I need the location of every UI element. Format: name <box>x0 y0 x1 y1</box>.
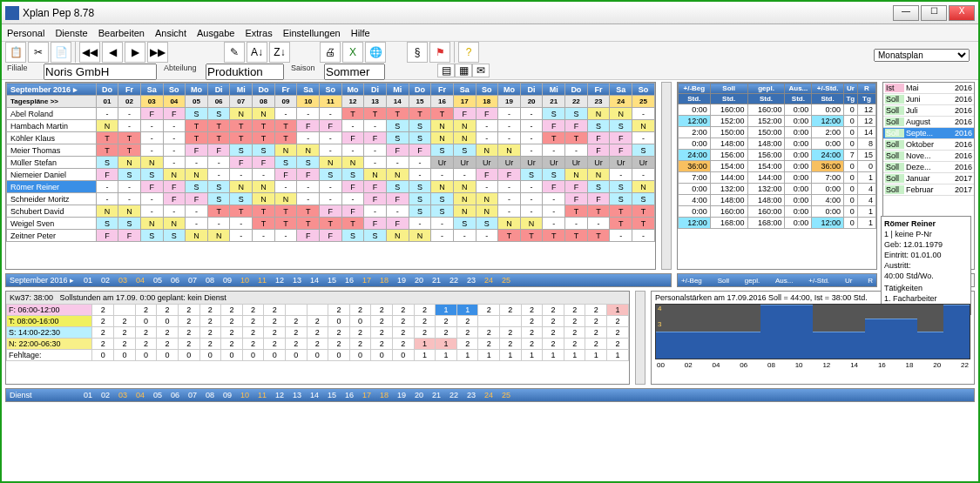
shift-cell[interactable]: - <box>476 120 498 132</box>
shift-cell[interactable]: - <box>453 230 476 242</box>
shift-cell[interactable]: - <box>386 157 409 169</box>
menu-dienste[interactable]: Dienste <box>55 28 87 38</box>
shift-cell[interactable]: - <box>163 132 186 144</box>
shift-cell[interactable]: F <box>364 193 387 205</box>
shift-cell[interactable]: F <box>186 144 208 157</box>
shift-cell[interactable]: N <box>409 230 431 242</box>
employee-name[interactable]: Meier Thomas <box>7 144 97 157</box>
view-bars-icon[interactable]: ▤ <box>437 64 455 77</box>
count-cell[interactable] <box>307 305 328 316</box>
summary-cell[interactable]: 12:00 <box>679 116 711 127</box>
shift-cell[interactable]: - <box>163 205 186 218</box>
count-cell[interactable]: 2 <box>92 305 114 316</box>
shift-cell[interactable]: S <box>476 218 498 230</box>
shift-cell[interactable]: T <box>632 218 654 230</box>
count-cell[interactable]: 0 <box>178 350 199 361</box>
shift-cell[interactable]: - <box>274 181 297 193</box>
count-cell[interactable]: 0 <box>157 316 179 327</box>
shift-cell[interactable]: Ur <box>610 157 632 169</box>
count-cell[interactable]: 2 <box>349 305 371 316</box>
shift-cell[interactable]: - <box>230 169 253 181</box>
shift-cell[interactable]: S <box>431 144 454 157</box>
summary-cell[interactable]: 4 <box>857 195 875 206</box>
shift-cell[interactable]: Ur <box>453 157 476 169</box>
employee-name[interactable]: Müller Stefan <box>7 157 97 169</box>
summary-cell[interactable]: 144:00 <box>747 172 785 184</box>
shift-cell[interactable]: T <box>610 205 632 218</box>
shift-cell[interactable]: N <box>341 157 364 169</box>
shift-cell[interactable]: F <box>610 144 632 157</box>
shift-cell[interactable]: N <box>453 193 476 205</box>
summary-cell[interactable]: 0 <box>843 127 857 138</box>
shift-cell[interactable]: - <box>118 181 141 193</box>
count-cell[interactable]: 2 <box>221 339 243 350</box>
shift-cell[interactable]: - <box>610 230 632 242</box>
shift-cell[interactable]: - <box>96 193 118 205</box>
shift-cell[interactable]: - <box>118 108 141 120</box>
shift-cell[interactable]: - <box>253 230 275 242</box>
summary-cell[interactable]: 156:00 <box>747 150 785 161</box>
shift-cell[interactable]: S <box>386 120 409 132</box>
shift-cell[interactable]: T <box>253 120 275 132</box>
summary-cell[interactable]: 12:00 <box>812 116 844 127</box>
count-cell[interactable]: 2 <box>371 316 393 327</box>
count-cell[interactable]: 2 <box>114 316 136 327</box>
saison-input[interactable] <box>324 64 385 80</box>
count-cell[interactable]: 2 <box>221 327 243 339</box>
count-cell[interactable]: 2 <box>264 327 286 339</box>
shift-cell[interactable]: - <box>364 120 387 132</box>
summary-cell[interactable]: 148:00 <box>710 138 747 150</box>
shift-cell[interactable]: N <box>431 181 454 193</box>
count-cell[interactable]: 2 <box>500 305 522 316</box>
shift-cell[interactable]: N <box>163 169 186 181</box>
shift-cell[interactable]: - <box>498 193 521 205</box>
shift-cell[interactable]: - <box>409 169 431 181</box>
count-cell[interactable]: 2 <box>585 339 607 350</box>
count-cell[interactable]: 0 <box>328 350 350 361</box>
summary-cell[interactable]: 154:00 <box>747 161 785 172</box>
shift-cell[interactable]: S <box>565 108 588 120</box>
shift-cell[interactable]: S <box>453 144 476 157</box>
shift-cell[interactable]: N <box>587 108 610 120</box>
month-item[interactable]: SollJuli2016 <box>883 105 974 117</box>
shift-cell[interactable]: F <box>587 144 610 157</box>
shift-cell[interactable]: S <box>253 144 275 157</box>
shift-cell[interactable]: - <box>341 193 364 205</box>
summary-cell[interactable]: 1 <box>857 218 875 229</box>
shift-cell[interactable]: F <box>96 169 118 181</box>
count-cell[interactable] <box>285 305 307 316</box>
shift-cell[interactable]: N <box>274 144 297 157</box>
month-header[interactable]: September 2016 ▸ <box>7 84 97 96</box>
shift-cell[interactable]: F <box>96 230 118 242</box>
menu-extras[interactable]: Extras <box>245 28 272 38</box>
shift-cell[interactable]: T <box>565 230 588 242</box>
shift-cell[interactable]: - <box>543 144 565 157</box>
shift-cell[interactable]: Ur <box>520 157 543 169</box>
shift-cell[interactable]: F <box>118 230 141 242</box>
shift-cell[interactable]: S <box>207 181 230 193</box>
shift-cell[interactable]: F <box>163 181 186 193</box>
shift-cell[interactable]: F <box>453 108 476 120</box>
count-cell[interactable]: 1 <box>607 305 629 316</box>
shift-cell[interactable]: F <box>364 132 387 144</box>
excel-icon[interactable]: X <box>342 42 363 63</box>
shift-cell[interactable]: T <box>364 108 387 120</box>
summary-cell[interactable]: 160:00 <box>710 206 747 218</box>
count-cell[interactable]: 0 <box>242 350 264 361</box>
maximize-button[interactable]: ☐ <box>921 5 947 21</box>
summary-cell[interactable]: 168:00 <box>747 218 785 229</box>
summary-cell[interactable]: 0:00 <box>785 172 812 184</box>
summary-cell[interactable]: 24:00 <box>812 150 844 161</box>
shift-cell[interactable]: - <box>610 169 632 181</box>
menu-einstellungen[interactable]: Einstellungen <box>283 28 341 38</box>
next-icon[interactable]: ▶ <box>125 42 145 63</box>
count-cell[interactable]: 2 <box>521 339 543 350</box>
shift-cell[interactable]: - <box>140 193 163 205</box>
shift-cell[interactable]: N <box>498 218 521 230</box>
shift-cell[interactable]: T <box>565 132 588 144</box>
summary-cell[interactable]: 7 <box>843 150 857 161</box>
summary-cell[interactable]: 0:00 <box>785 150 812 161</box>
month-item[interactable]: SollNove...2016 <box>883 151 974 162</box>
count-cell[interactable]: 2 <box>307 316 328 327</box>
count-cell[interactable]: 0 <box>135 316 157 327</box>
